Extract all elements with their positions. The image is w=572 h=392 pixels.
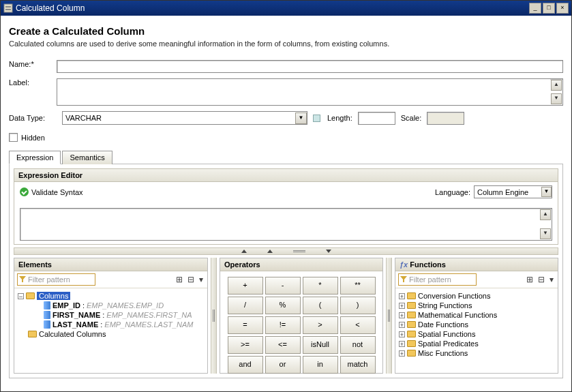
horizontal-splitter[interactable]	[14, 247, 558, 255]
expand-icon[interactable]: +	[399, 322, 405, 328]
folder-icon	[407, 340, 416, 347]
expand-icon[interactable]: +	[399, 341, 405, 347]
maximize-button[interactable]: □	[543, 3, 555, 14]
dialog-window: Calculated Column _ □ × Create a Calcula…	[0, 0, 572, 392]
tab-expression[interactable]: Expression	[9, 151, 61, 164]
grip-icon	[213, 310, 215, 322]
column-icon	[44, 311, 50, 319]
expression-editor-title: Expression Editor	[14, 168, 558, 182]
tree-node-column[interactable]: FIRST_NAME: EMP_NAMES.FIRST_NA	[18, 310, 204, 320]
hidden-checkbox[interactable]	[9, 133, 18, 142]
language-select[interactable]: Column Engine ▼	[474, 185, 552, 198]
op-gt[interactable]: >	[303, 316, 338, 334]
op-eq[interactable]: =	[228, 316, 263, 334]
expand-icon[interactable]: +	[399, 303, 405, 309]
op-in[interactable]: in	[303, 356, 338, 374]
expression-tab-body: Expression Editor Validate Syntax Langua…	[9, 164, 563, 378]
col-desc: EMP_NAMES.EMP_ID	[87, 301, 164, 310]
functions-filter-placeholder: Filter pattern	[409, 275, 451, 284]
fn-category[interactable]: +String Functions	[399, 301, 554, 310]
label-scroll-up[interactable]: ▲	[551, 80, 562, 91]
minimize-button[interactable]: _	[529, 3, 541, 14]
scale-label: Scale:	[401, 114, 422, 122]
fn-category[interactable]: +Mathematical Functions	[399, 310, 554, 320]
collapse-all-button[interactable]: ⊟	[186, 275, 196, 284]
datatype-select[interactable]: VARCHAR ▼	[62, 111, 307, 125]
op-lparen[interactable]: (	[303, 297, 338, 314]
label-textarea[interactable]	[57, 79, 550, 105]
expression-textarea[interactable]: ▲ ▼	[20, 208, 552, 241]
op-div[interactable]: /	[228, 297, 263, 314]
tree-node-columns[interactable]: – Columns	[18, 291, 204, 301]
expand-all-button[interactable]: ⊞	[175, 275, 184, 284]
svg-rect-0	[4, 4, 12, 12]
operators-panel: Operators + - * ** / % ( ) = != > <	[220, 258, 383, 374]
fx-icon: ƒx	[400, 260, 408, 269]
funnel-icon	[400, 276, 407, 283]
menu-button[interactable]: ▾	[198, 275, 205, 284]
op-mult[interactable]: *	[303, 277, 338, 295]
operators-title: Operators	[220, 258, 382, 271]
scale-input	[427, 112, 464, 125]
tree-label: Columns	[37, 292, 70, 300]
op-match[interactable]: match	[340, 356, 376, 374]
fn-category[interactable]: +Spatial Functions	[399, 329, 554, 339]
operators-grid: + - * ** / % ( ) = != > < >= <=	[220, 271, 382, 379]
expand-icon[interactable]: +	[399, 331, 405, 337]
op-rparen[interactable]: )	[340, 297, 376, 314]
label-scroll-down[interactable]: ▼	[551, 93, 562, 104]
expr-scroll-up[interactable]: ▲	[540, 209, 551, 220]
op-minus[interactable]: -	[265, 277, 301, 295]
svg-rect-1	[5, 6, 11, 7]
op-isnull[interactable]: isNull	[303, 336, 338, 354]
funnel-icon	[19, 276, 26, 283]
page-title: Create a Calculated Column	[9, 25, 563, 37]
fn-category[interactable]: +Misc Functions	[399, 348, 554, 358]
datatype-value: VARCHAR	[65, 114, 102, 122]
vertical-splitter[interactable]	[386, 258, 392, 374]
fn-category[interactable]: +Date Functions	[399, 320, 554, 329]
collapse-all-button[interactable]: ⊟	[537, 275, 546, 284]
expand-all-button[interactable]: ⊞	[525, 275, 535, 284]
chevron-down-icon: ▼	[295, 112, 307, 124]
column-icon	[44, 320, 50, 329]
expand-icon[interactable]: +	[399, 350, 405, 357]
datatype-label: Data Type:	[9, 114, 57, 122]
elements-filter-input[interactable]: Filter pattern	[17, 273, 95, 286]
op-or[interactable]: or	[265, 356, 301, 374]
functions-filter-input[interactable]: Filter pattern	[398, 273, 477, 286]
op-not[interactable]: not	[340, 336, 376, 354]
op-lt[interactable]: <	[340, 316, 376, 334]
vertical-splitter[interactable]	[211, 258, 217, 374]
expand-icon[interactable]: +	[399, 312, 405, 318]
functions-panel: ƒx Functions Filter pattern ⊞ ⊟ ▾	[395, 258, 558, 374]
length-input[interactable]	[358, 112, 395, 125]
fn-category[interactable]: +Spatial Predicates	[399, 339, 554, 348]
op-pow[interactable]: **	[340, 277, 376, 295]
op-lte[interactable]: <=	[265, 336, 301, 354]
op-and[interactable]: and	[228, 356, 263, 374]
tab-semantics[interactable]: Semantics	[62, 151, 112, 164]
op-gte[interactable]: >=	[228, 336, 263, 354]
menu-button[interactable]: ▾	[548, 275, 555, 284]
tree-node-column[interactable]: LAST_NAME: EMP_NAMES.LAST_NAM	[18, 320, 204, 329]
col-desc: EMP_NAMES.FIRST_NA	[106, 311, 192, 319]
op-mod[interactable]: %	[265, 297, 301, 314]
fn-category[interactable]: +Conversion Functions	[399, 291, 554, 301]
language-label: Language:	[435, 188, 470, 196]
elements-filter-placeholder: Filter pattern	[28, 275, 70, 284]
op-plus[interactable]: +	[228, 277, 263, 295]
tree-node-column[interactable]: EMP_ID: EMP_NAMES.EMP_ID	[18, 301, 204, 310]
name-input[interactable]	[57, 60, 563, 73]
expand-icon[interactable]: +	[399, 293, 405, 299]
titlebar[interactable]: Calculated Column _ □ ×	[1, 1, 571, 16]
folder-icon	[407, 292, 416, 299]
validate-syntax-link[interactable]: Validate Syntax	[31, 188, 83, 196]
col-desc: EMP_NAMES.LAST_NAM	[104, 320, 193, 329]
collapse-icon[interactable]: –	[18, 293, 24, 299]
language-value: Column Engine	[477, 188, 528, 196]
expr-scroll-down[interactable]: ▼	[540, 228, 551, 239]
close-button[interactable]: ×	[556, 3, 569, 14]
tree-node-calculated[interactable]: Calculated Columns	[18, 329, 204, 339]
op-neq[interactable]: !=	[265, 316, 301, 334]
